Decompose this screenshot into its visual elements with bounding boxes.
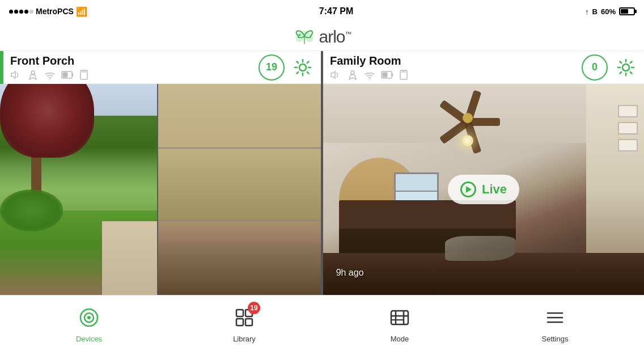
live-button[interactable]: Live: [448, 175, 519, 204]
svg-point-1: [31, 71, 35, 74]
wall-pictures: [618, 105, 638, 151]
live-play-circle: [460, 182, 476, 197]
nav-item-settings[interactable]: Settings: [477, 304, 633, 343]
wifi-signal-icon: [44, 70, 56, 79]
signal-strength: [9, 10, 33, 14]
library-badge: 19: [248, 302, 260, 314]
svg-point-11: [351, 71, 354, 74]
logo: arlo™: [293, 27, 351, 47]
location-icon: ↑: [585, 7, 589, 16]
svg-point-2: [49, 78, 50, 79]
fan-center: [463, 113, 473, 123]
mode-icon-wrap: [386, 304, 413, 331]
svg-point-23: [87, 316, 91, 319]
carrier-label: MetroPCS: [36, 7, 74, 16]
front-porch-title: Front Porch: [10, 54, 88, 67]
svg-rect-27: [245, 319, 252, 326]
family-room-icons: [330, 70, 408, 80]
notification-badge-family[interactable]: 0: [582, 54, 608, 81]
memory-icon: [79, 70, 88, 80]
devices-label: Devices: [76, 335, 102, 343]
mode-label: Mode: [391, 335, 409, 343]
family-room-title: Family Room: [330, 54, 408, 67]
svg-point-10: [299, 64, 306, 71]
family-room-title-section: Family Room: [330, 54, 408, 80]
svg-point-20: [622, 64, 629, 71]
arlo-bird-icon: [293, 29, 316, 45]
bluetooth-icon: B: [592, 7, 598, 16]
signal-dot-1: [9, 10, 13, 14]
library-icon-wrap: 19: [231, 304, 258, 331]
signal-dot-3: [19, 10, 23, 14]
gear-icon: [293, 57, 313, 78]
pavement: [102, 221, 157, 295]
wall-picture-1: [618, 105, 638, 117]
signal-dot-5: [29, 10, 33, 14]
front-porch-viewport[interactable]: [0, 84, 321, 295]
fan-light: [462, 135, 473, 146]
family-room-actions: 0: [582, 54, 637, 81]
floor-item: [445, 236, 516, 261]
front-porch-right-view: [157, 84, 321, 295]
status-right: ↑ B 60%: [585, 7, 635, 16]
svg-rect-5: [63, 73, 68, 78]
family-room-panel: Family Room: [323, 51, 644, 295]
mode-icon: [388, 306, 411, 329]
front-porch-actions: 19: [259, 54, 314, 81]
logo-text: arlo™: [319, 27, 351, 47]
cameras-container: Front Porch: [0, 51, 644, 295]
front-porch-header: Front Porch: [0, 51, 321, 84]
wall-picture-2: [618, 122, 638, 134]
sofa-back: [339, 200, 515, 229]
nav-item-library[interactable]: 19 Library: [167, 304, 322, 343]
svg-rect-14: [392, 73, 393, 77]
motion-icon-fr: [347, 70, 358, 80]
status-bar: MetroPCS 📶 7:47 PM ↑ B 60%: [0, 0, 644, 23]
front-porch-left-view: [0, 84, 157, 295]
signal-dot-2: [14, 10, 18, 14]
settings-icon-wrap: [541, 304, 569, 331]
svg-rect-4: [72, 73, 73, 77]
signal-dot-4: [24, 10, 28, 14]
wifi-signal-icon-fr: [364, 70, 375, 79]
family-room-timestamp: 9h ago: [336, 268, 364, 278]
settings-button-family[interactable]: [615, 56, 637, 79]
nav-item-devices[interactable]: Devices: [11, 304, 167, 343]
notification-badge-front[interactable]: 19: [259, 54, 285, 81]
sound-icon-fr: [330, 70, 341, 79]
front-porch-title-section: Front Porch: [10, 54, 88, 80]
bush: [0, 189, 63, 231]
camera-battery-icon-fr: [381, 71, 393, 79]
family-room-viewport[interactable]: Live 9h ago: [323, 84, 644, 295]
motion-icon: [27, 70, 39, 80]
front-porch-icons: [10, 70, 88, 80]
family-room-header: Family Room: [323, 51, 644, 84]
svg-rect-26: [236, 319, 243, 326]
ceiling-fan: [434, 101, 502, 135]
tree-canopy: [0, 84, 94, 158]
bottom-nav: Devices 19 Library Mode: [0, 295, 644, 352]
nav-item-mode[interactable]: Mode: [322, 304, 477, 343]
devices-icon-wrap: [75, 304, 103, 331]
settings-icon: [544, 306, 566, 329]
gear-icon-fr: [616, 57, 636, 78]
sound-icon: [10, 70, 22, 79]
live-label: Live: [482, 182, 507, 197]
svg-rect-15: [383, 73, 388, 78]
wifi-icon: 📶: [76, 6, 87, 17]
wall-picture-3: [618, 139, 638, 151]
settings-button-front[interactable]: [291, 56, 314, 79]
svg-point-12: [369, 78, 370, 79]
app-header: arlo™: [0, 23, 644, 51]
devices-icon: [78, 306, 100, 329]
settings-label: Settings: [542, 335, 569, 343]
front-porch-panel: Front Porch: [0, 51, 323, 295]
svg-rect-24: [236, 310, 243, 316]
play-triangle-icon: [466, 186, 472, 193]
camera-battery-icon: [61, 71, 74, 79]
status-time: 7:47 PM: [319, 6, 353, 16]
fan-blade-1: [469, 118, 500, 126]
library-label: Library: [233, 335, 256, 343]
battery-fill: [621, 9, 628, 14]
memory-icon-fr: [399, 70, 408, 80]
